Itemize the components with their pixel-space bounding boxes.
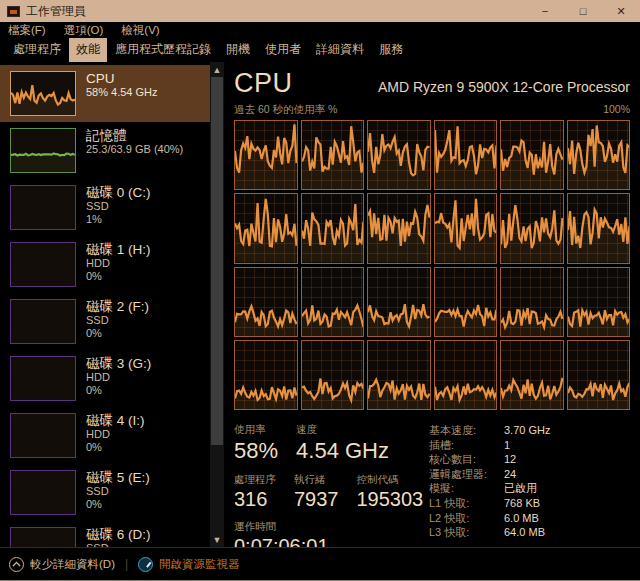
spec-row: L3 快取: 64.0 MB	[429, 525, 550, 540]
sidebar-item-title: 磁碟 0 (C:)	[86, 186, 151, 200]
handles-label: 控制代碼	[357, 473, 424, 487]
cpu-stats-left: 使用率 58% 速度 4.54 GHz 處理程序 316	[234, 423, 419, 547]
close-button[interactable]: ✕	[602, 0, 640, 22]
sidebar-item-title: 磁碟 4 (I:)	[86, 414, 145, 428]
sidebar-item-text: 磁碟 0 (C:)SSD1%	[86, 185, 151, 226]
sidebar-item[interactable]: CPU58% 4.54 GHz	[0, 65, 210, 122]
tab-item[interactable]: 處理程序	[6, 38, 68, 62]
menu-item[interactable]: 檢視(V)	[121, 23, 159, 38]
minimize-button[interactable]: −	[526, 0, 564, 22]
cpu-core-graph	[500, 120, 564, 190]
sidebar-item-text: 磁碟 5 (E:)SSD0%	[86, 470, 150, 511]
scroll-up-icon[interactable]: ▲	[210, 62, 224, 77]
tab-item[interactable]: 使用者	[258, 38, 308, 62]
utilization-label: 使用率	[234, 423, 278, 437]
spec-value: 12	[504, 452, 516, 467]
sidebar-item-subtitle: SSD	[86, 485, 150, 498]
uptime-value: 0:07:06:01	[234, 535, 329, 547]
sidebar-item[interactable]: 磁碟 0 (C:)SSD1%	[0, 179, 210, 236]
cpu-core-graph	[301, 267, 365, 337]
sidebar-item[interactable]: 記憶體25.3/63.9 GB (40%)	[0, 122, 210, 179]
fewer-details-button[interactable]: 較少詳細資料(D)	[30, 557, 115, 572]
spec-row: 邏輯處理器: 24	[429, 467, 550, 482]
scroll-down-icon[interactable]: ▼	[210, 532, 224, 547]
tab-item[interactable]: 應用程式歷程記錄	[108, 38, 218, 62]
spec-label: 模擬:	[429, 481, 504, 496]
sidebar-item-thumbnail-graph	[10, 527, 76, 547]
menu-item[interactable]: 檔案(F)	[8, 23, 46, 38]
sidebar-item-subtitle: SSD	[86, 314, 149, 327]
sidebar-item-thumbnail-graph	[10, 128, 76, 173]
threads-label: 執行緒	[294, 473, 339, 487]
cpu-core-graph	[434, 193, 498, 263]
app-icon	[7, 6, 20, 17]
resource-monitor-icon	[138, 557, 153, 572]
cpu-performance-pane: CPU AMD Ryzen 9 5900X 12-Core Processor …	[224, 62, 640, 547]
sidebar-item[interactable]: 磁碟 3 (G:)HDD0%	[0, 350, 210, 407]
sidebar-item-thumbnail-graph	[10, 242, 76, 287]
processes-label: 處理程序	[234, 473, 276, 487]
sidebar-item[interactable]: 磁碟 6 (D:)SSD0%	[0, 521, 210, 547]
cpu-core-graph	[567, 193, 631, 263]
cpu-stats: 使用率 58% 速度 4.54 GHz 處理程序 316	[234, 423, 630, 547]
cpu-core-graph	[367, 340, 431, 410]
maximize-button[interactable]: □	[564, 0, 602, 22]
sidebar-item-subtitle: 0%	[86, 384, 151, 397]
footer-separator: |	[125, 557, 128, 571]
tab-bar: 處理程序 效能 應用程式歷程記錄 開機 使用者 詳細資料 服務	[0, 39, 640, 62]
cpu-core-graph	[234, 193, 298, 263]
cpu-core-graph	[301, 120, 365, 190]
spec-row: L2 快取: 6.0 MB	[429, 511, 550, 526]
sidebar-item-subtitle: HDD	[86, 428, 145, 441]
sidebar-item-text: 磁碟 3 (G:)HDD0%	[86, 356, 151, 397]
tab-selected[interactable]: 效能	[69, 38, 107, 62]
cpu-core-graph	[567, 120, 631, 190]
uptime-label: 運作時間	[234, 520, 329, 534]
sidebar-item[interactable]: 磁碟 4 (I:)HDD0%	[0, 407, 210, 464]
cpu-core-graph	[567, 267, 631, 337]
tab-item[interactable]: 服務	[372, 38, 410, 62]
menu-item[interactable]: 選項(O)	[64, 23, 104, 38]
sidebar-item[interactable]: 磁碟 1 (H:)HDD0%	[0, 236, 210, 293]
cpu-usage-grid[interactable]	[234, 120, 630, 410]
cpu-stats-right: 基本速度: 3.70 GHz 插槽: 1 核心數目: 12 邏輯處理器	[429, 423, 550, 547]
content-area: CPU58% 4.54 GHz 記憶體25.3/63.9 GB (40%) 磁碟…	[0, 62, 640, 547]
sidebar-item-text: 磁碟 1 (H:)HDD0%	[86, 242, 151, 283]
chevron-up-circle-icon	[9, 557, 24, 572]
scrollbar-thumb[interactable]	[211, 77, 223, 445]
spec-row: 基本速度: 3.70 GHz	[429, 423, 550, 438]
speed-value: 4.54 GHz	[296, 438, 389, 464]
cpu-core-graph	[367, 120, 431, 190]
sidebar-scrollbar[interactable]: ▲ ▼	[210, 62, 224, 547]
sidebar-item-subtitle: 58% 4.54 GHz	[86, 86, 158, 99]
menu-bar: 檔案(F) 選項(O) 檢視(V)	[0, 22, 640, 39]
cpu-core-graph	[367, 193, 431, 263]
tab-item[interactable]: 詳細資料	[309, 38, 371, 62]
cpu-core-graph	[234, 340, 298, 410]
sidebar-item-thumbnail-graph	[10, 71, 76, 116]
sidebar-item-title: 磁碟 6 (D:)	[86, 528, 151, 542]
sidebar-item[interactable]: 磁碟 5 (E:)SSD0%	[0, 464, 210, 521]
cpu-core-graph	[500, 193, 564, 263]
handles-value: 195303	[357, 488, 424, 511]
window-controls: − □ ✕	[526, 0, 640, 22]
scrollbar-track[interactable]	[210, 445, 224, 532]
cpu-core-graph	[367, 267, 431, 337]
sidebar-item-thumbnail-graph	[10, 413, 76, 458]
spec-label: L2 快取:	[429, 511, 504, 526]
tab-item[interactable]: 開機	[219, 38, 257, 62]
open-resource-monitor-link[interactable]: 開啟資源監視器	[159, 557, 240, 572]
sidebar-item[interactable]: 磁碟 2 (F:)SSD0%	[0, 293, 210, 350]
cpu-core-graph	[567, 340, 631, 410]
graph-caption: 過去 60 秒的使用率 %	[234, 103, 337, 117]
spec-label: L1 快取:	[429, 496, 504, 511]
spec-value: 已啟用	[504, 481, 537, 496]
footer-bar: 較少詳細資料(D) | 開啟資源監視器	[0, 547, 640, 580]
spec-value: 3.70 GHz	[504, 423, 550, 438]
cpu-core-graph	[234, 267, 298, 337]
sidebar-item-thumbnail-graph	[10, 299, 76, 344]
sidebar-item-subtitle: 0%	[86, 270, 151, 283]
sidebar-item-thumbnail-graph	[10, 356, 76, 401]
sidebar-item-text: CPU58% 4.54 GHz	[86, 71, 158, 99]
sidebar-item-thumbnail-graph	[10, 470, 76, 515]
